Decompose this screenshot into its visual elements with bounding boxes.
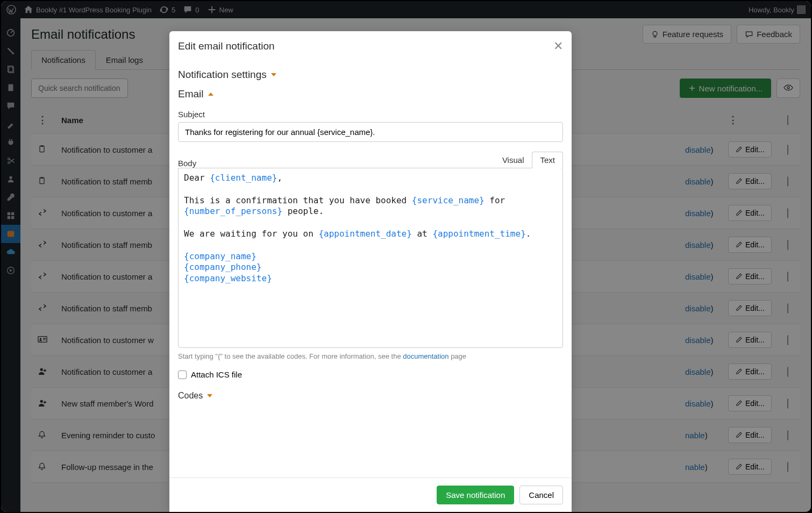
caret-down-icon <box>207 394 212 397</box>
body-label: Body <box>178 159 196 168</box>
codes-section[interactable]: Codes <box>178 391 563 401</box>
notification-settings-section[interactable]: Notification settings <box>178 69 563 81</box>
edit-notification-modal: Edit email notification ✕ Notification s… <box>169 31 572 512</box>
tab-text[interactable]: Text <box>532 152 563 168</box>
attach-ics-checkbox[interactable] <box>178 370 187 379</box>
cancel-button[interactable]: Cancel <box>519 486 563 504</box>
attach-ics-label: Attach ICS file <box>191 370 242 379</box>
modal-title: Edit email notification <box>178 40 275 52</box>
caret-up-icon <box>208 92 213 96</box>
subject-label: Subject <box>178 110 563 119</box>
attach-ics-row[interactable]: Attach ICS file <box>178 370 563 379</box>
caret-down-icon <box>271 73 276 76</box>
subject-input[interactable] <box>178 122 563 142</box>
codes-hint: Start typing "{" to see the available co… <box>178 352 563 360</box>
close-icon[interactable]: ✕ <box>553 39 563 53</box>
documentation-link[interactable]: documentation <box>403 352 448 360</box>
tab-visual[interactable]: Visual <box>494 152 532 168</box>
body-editor[interactable]: Dear {client_name}, This is a confirmati… <box>178 168 563 348</box>
save-button[interactable]: Save notification <box>437 486 514 504</box>
email-section[interactable]: Email <box>178 88 563 100</box>
